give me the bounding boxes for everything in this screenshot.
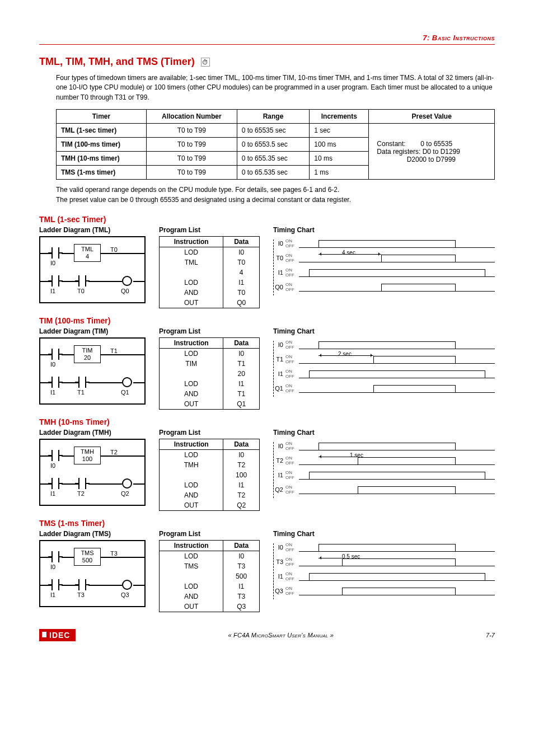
table-row: OUTQ3 <box>160 602 260 612</box>
page-footer: IDEC « FC4A MicroSmart User's Manual » 7… <box>39 629 495 641</box>
section-title: TIM (100-ms Timer) <box>39 316 495 325</box>
th-preset: Preset Value <box>369 110 495 124</box>
signal-label: I0 <box>273 443 285 449</box>
th-alloc: Allocation Number <box>146 110 237 124</box>
timing-chart: I0 ONOFF T1 ONOFF <box>273 337 495 405</box>
on-off-label: ONOFF <box>285 485 299 495</box>
signal-row: I0 ONOFF <box>273 236 495 251</box>
table-row: TMLT0 <box>160 257 260 267</box>
on-off-label: ONOFF <box>285 470 299 480</box>
cell: TML (1-sec timer) <box>57 124 147 138</box>
signal-row: T3 ONOFF 0.5 sec <box>273 555 495 569</box>
ladder-diagram: I0 TIM20 T1 I1 T1 <box>39 337 146 405</box>
table-row: 500 <box>160 571 260 581</box>
on-off-label: ONOFF <box>285 571 299 581</box>
signal-label: Q0 <box>273 284 285 290</box>
cell: TIM (100-ms timer) <box>57 138 147 152</box>
signal-label: I0 <box>273 240 285 247</box>
signal-label: Q2 <box>273 486 285 493</box>
table-row: LODI1 <box>160 278 260 288</box>
footer-manual-title: « FC4A MicroSmart User's Manual » <box>228 632 334 638</box>
chapter-header: 7: Basic Instructions <box>39 34 495 45</box>
table-row: OUTQ2 <box>160 500 260 511</box>
title-text: TML, TIM, TMH, and TMS (Timer) <box>39 56 195 67</box>
timer-spec-table: Timer Allocation Number Range Increments… <box>56 109 495 180</box>
preset-value-cell: Constant: 0 to 65535 Data registers: D0 … <box>369 124 495 180</box>
program-list-table: InstructionData LODI0TMST3500LODI1ANDT3O… <box>159 540 260 612</box>
table-row: ANDT2 <box>160 490 260 500</box>
signal-label: Q1 <box>273 385 285 392</box>
signal-label: I1 <box>273 370 285 377</box>
cell: 0 to 65.535 sec <box>237 166 310 180</box>
table-row: LODI1 <box>160 379 260 389</box>
cell: T0 to T99 <box>146 152 237 166</box>
footer-page-number: 7-7 <box>486 632 495 638</box>
on-off-label: ONOFF <box>285 557 299 567</box>
signal-row: T1 ONOFF 2 sec <box>273 352 495 367</box>
timing-chart-heading: Timing Chart <box>273 530 495 538</box>
program-list-table: InstructionData LODI0TMHT2100LODI1ANDT2O… <box>159 439 260 511</box>
signal-row: I0 ONOFF <box>273 439 495 453</box>
table-row: LODI0 <box>160 348 260 359</box>
table-row: OUTQ1 <box>160 399 260 410</box>
th-timer: Timer <box>57 110 147 124</box>
signal-label: I0 <box>273 544 285 551</box>
note-line: The valid operand range depends on the C… <box>56 185 495 195</box>
on-off-label: ONOFF <box>285 383 299 393</box>
ladder-heading: Ladder Diagram (TML) <box>39 226 146 234</box>
on-off-label: ONOFF <box>285 253 299 263</box>
timing-chart: I0 ONOFF T0 ONOFF <box>273 236 495 303</box>
cell: 10 ms <box>310 152 369 166</box>
ladder-diagram: I0 TMS500 T3 I1 T3 <box>39 540 146 607</box>
cell: T0 to T99 <box>146 138 237 152</box>
th-incr: Increments <box>310 110 369 124</box>
timing-annotation: 4 sec <box>342 250 355 256</box>
on-off-label: ONOFF <box>285 238 299 248</box>
program-list-heading: Program List <box>159 429 260 436</box>
note-line: The preset value can be 0 through 65535 … <box>56 195 495 205</box>
cell: 100 ms <box>310 138 369 152</box>
signal-row: Q3 ONOFF <box>273 584 495 598</box>
timing-chart-heading: Timing Chart <box>273 327 495 335</box>
table-row: ANDT3 <box>160 591 260 602</box>
cell: 0 to 65535 sec <box>237 124 310 138</box>
table-row: TML (1-sec timer) T0 to T99 0 to 65535 s… <box>57 124 495 138</box>
idec-logo: IDEC <box>39 629 76 641</box>
signal-row: Q1 ONOFF <box>273 381 495 396</box>
timing-chart-heading: Timing Chart <box>273 226 495 234</box>
on-off-label: ONOFF <box>285 354 299 364</box>
signal-label: T0 <box>273 255 285 261</box>
signal-row: I0 ONOFF <box>273 540 495 555</box>
signal-label: I1 <box>273 573 285 580</box>
table-row: ANDT0 <box>160 288 260 298</box>
cell: 1 sec <box>310 124 369 138</box>
cell: 0 to 6553.5 sec <box>237 138 310 152</box>
ladder-heading: Ladder Diagram (TMS) <box>39 530 146 538</box>
table-row: 20 <box>160 369 260 379</box>
table-row: ANDT1 <box>160 389 260 399</box>
intro-paragraph: Four types of timedown timers are availa… <box>56 73 495 102</box>
th-range: Range <box>237 110 310 124</box>
signal-row: Q2 ONOFF <box>273 482 495 497</box>
signal-row: I0 ONOFF <box>273 337 495 352</box>
table-row: TMST3 <box>160 561 260 571</box>
table-row: LODI0 <box>160 551 260 561</box>
signal-label: T3 <box>273 558 285 565</box>
section-title: TMH (10-ms Timer) <box>39 417 495 426</box>
on-off-label: ONOFF <box>285 282 299 292</box>
table-row: LODI0 <box>160 247 260 257</box>
cell: TMS (1-ms timer) <box>57 166 147 180</box>
timing-annotation: 0.5 sec <box>342 553 360 560</box>
ladder-heading: Ladder Diagram (TIM) <box>39 327 146 335</box>
timing-chart: I0 ONOFF T3 ONOFF <box>273 540 495 607</box>
signal-label: I0 <box>273 341 285 348</box>
on-off-label: ONOFF <box>285 586 299 596</box>
cell: TMH (10-ms timer) <box>57 152 147 166</box>
on-off-label: ONOFF <box>285 267 299 278</box>
program-list-heading: Program List <box>159 530 260 538</box>
on-off-label: ONOFF <box>285 456 299 466</box>
signal-row: I1 ONOFF <box>273 367 495 381</box>
signal-label: I1 <box>273 472 285 478</box>
ladder-diagram: I0 TMH100 T2 I1 T2 <box>39 439 146 506</box>
section-title: TMS (1-ms Timer) <box>39 519 495 528</box>
